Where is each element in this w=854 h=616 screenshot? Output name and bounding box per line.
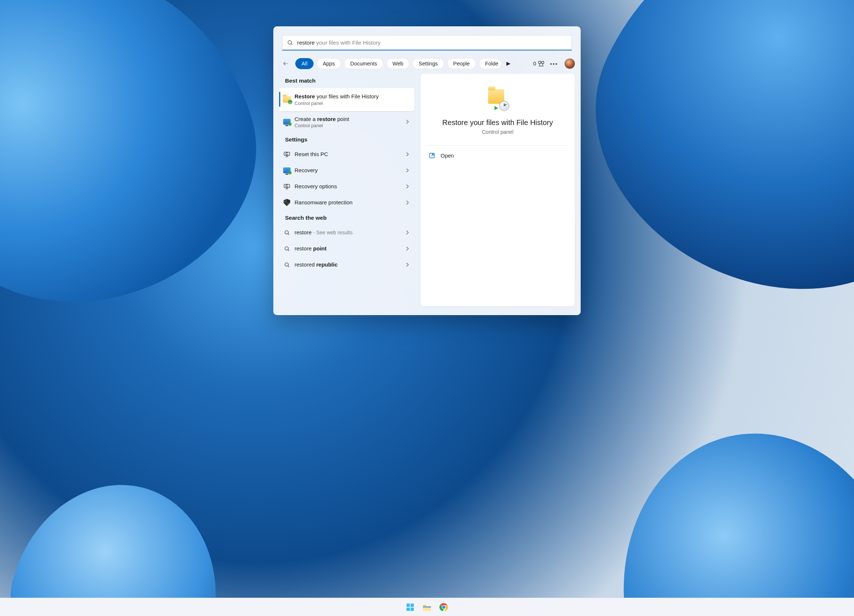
result-recovery-options[interactable]: Recovery options [279, 179, 415, 194]
taskbar-explorer-button[interactable] [422, 602, 432, 612]
svg-point-12 [285, 263, 288, 266]
monitor-icon [283, 118, 291, 126]
filter-people[interactable]: People [447, 58, 476, 69]
preview-pane: Restore your files with File History Con… [421, 74, 575, 306]
svg-rect-16 [410, 604, 414, 607]
preview-title: Restore your files with File History [442, 119, 553, 127]
preview-subtitle: Control panel [482, 129, 513, 135]
svg-line-11 [288, 249, 289, 250]
rewards-count: 0 [533, 61, 536, 67]
svg-point-10 [285, 246, 288, 250]
chevron-right-icon [406, 120, 409, 124]
arrow-left-icon [282, 60, 289, 67]
results-column: Best match Restore your files with File … [279, 74, 415, 306]
filter-folders[interactable]: Folde [479, 58, 502, 69]
search-icon [287, 40, 293, 46]
play-right-icon [506, 62, 511, 66]
result-title: Recovery [294, 167, 402, 174]
svg-rect-17 [407, 608, 410, 611]
section-settings: Settings [279, 133, 415, 146]
section-search-web: Search the web [279, 211, 415, 224]
result-ransomware[interactable]: Ransomware protection [279, 195, 415, 210]
recovery-icon [283, 166, 291, 174]
svg-point-5 [541, 61, 544, 64]
recovery-options-icon [283, 183, 291, 190]
user-avatar[interactable] [564, 58, 575, 69]
taskbar-start-button[interactable] [405, 602, 415, 612]
svg-point-8 [285, 230, 288, 234]
chevron-right-icon [406, 263, 409, 267]
result-create-restore-point[interactable]: Create a restore point Control panel [279, 112, 415, 132]
reset-pc-icon [283, 150, 291, 158]
action-open[interactable]: Open [427, 148, 568, 163]
windows-icon [406, 603, 415, 611]
taskbar [0, 598, 854, 616]
result-reset-pc[interactable]: Reset this PC [279, 147, 415, 162]
rewards-icon [537, 60, 545, 67]
folder-icon [422, 603, 432, 611]
result-title: Create a restore point [294, 116, 402, 123]
filter-all[interactable]: All [295, 58, 314, 69]
shield-icon [283, 199, 291, 207]
chevron-right-icon [406, 152, 409, 157]
search-icon [283, 261, 291, 269]
divider [427, 145, 568, 146]
result-title: restore - See web results [294, 229, 402, 236]
svg-rect-20 [423, 607, 431, 608]
svg-line-1 [291, 44, 292, 45]
svg-point-4 [538, 61, 541, 64]
svg-rect-18 [410, 608, 414, 611]
result-web-restored-republic[interactable]: restored republic [279, 257, 415, 272]
search-icon [283, 228, 291, 237]
filter-row: All Apps Documents Web Settings People F… [273, 50, 581, 74]
file-history-icon [283, 96, 291, 103]
search-query-typed: restore [297, 40, 315, 46]
result-title: restored republic [294, 261, 402, 268]
search-input[interactable]: restore your files with File History [282, 35, 572, 50]
filters-scroll-right[interactable] [504, 59, 513, 68]
result-subtitle: Control panel [294, 100, 409, 106]
svg-line-13 [288, 265, 289, 266]
result-restore-file-history[interactable]: Restore your files with File History Con… [279, 88, 415, 111]
result-title: Reset this PC [294, 151, 402, 158]
rewards-points[interactable]: 0 [533, 60, 545, 67]
result-recovery[interactable]: Recovery [279, 163, 415, 178]
result-title: Recovery options [294, 183, 402, 190]
result-subtitle: Control panel [294, 123, 402, 128]
search-query-completion: your files with File History [316, 40, 381, 46]
chevron-right-icon [406, 230, 409, 235]
svg-line-9 [288, 233, 289, 234]
open-external-icon [429, 152, 435, 159]
filter-web[interactable]: Web [386, 58, 410, 69]
result-web-restore-point[interactable]: restore point [279, 241, 415, 256]
result-web-restore[interactable]: restore - See web results [279, 225, 415, 240]
svg-rect-15 [407, 604, 410, 607]
filter-documents[interactable]: Documents [344, 58, 383, 69]
more-options-button[interactable]: ••• [548, 61, 560, 67]
chevron-right-icon [406, 168, 409, 173]
result-title: Restore your files with File History [294, 93, 409, 100]
file-history-large-icon [486, 88, 509, 111]
filter-settings[interactable]: Settings [412, 58, 444, 69]
svg-point-0 [288, 41, 291, 44]
search-icon [283, 245, 291, 252]
search-panel: restore your files with File History All… [273, 26, 581, 315]
result-title: Ransomware protection [294, 199, 402, 206]
chrome-icon [439, 603, 448, 611]
back-button[interactable] [279, 57, 292, 70]
svg-marker-3 [506, 62, 511, 66]
action-label: Open [441, 152, 454, 159]
section-best-match: Best match [279, 74, 415, 87]
svg-point-23 [442, 605, 446, 609]
taskbar-chrome-button[interactable] [439, 602, 449, 612]
chevron-right-icon [406, 184, 409, 189]
chevron-right-icon [406, 246, 409, 251]
chevron-right-icon [406, 200, 409, 205]
result-title: restore point [294, 245, 402, 252]
filter-apps[interactable]: Apps [317, 58, 341, 69]
